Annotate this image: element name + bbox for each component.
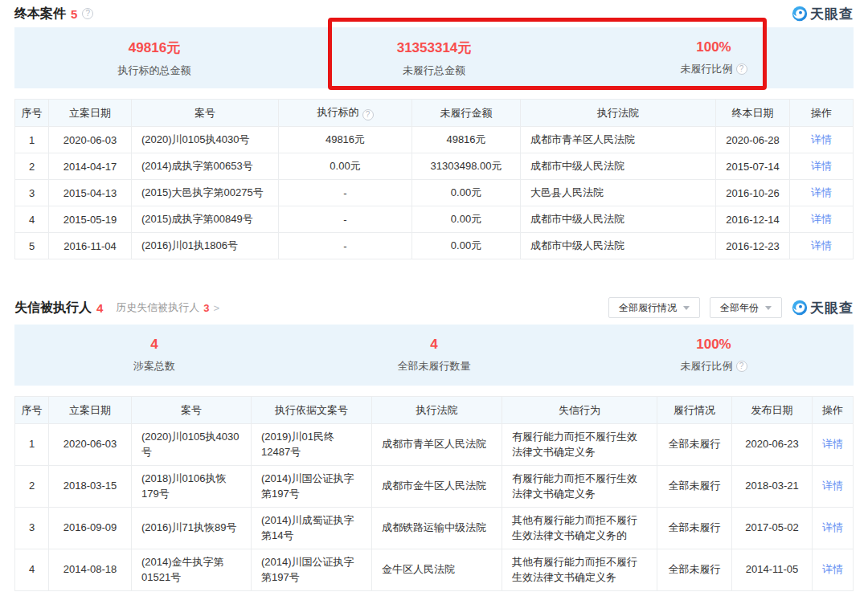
table-cell: 2017-05-02 bbox=[732, 508, 813, 549]
table-cell: 成都市青羊区人民法院 bbox=[521, 127, 716, 153]
terminated-cases-table: 序号立案日期案号执行标的未履行金额执行法院终本日期操作12020-06-03(2… bbox=[14, 99, 854, 259]
stat-label: 执行标的总金额 bbox=[118, 63, 191, 78]
column-header: 操作 bbox=[790, 100, 854, 127]
stat-value: 49816元 bbox=[14, 39, 294, 57]
detail-link[interactable]: 详情 bbox=[822, 438, 843, 450]
table-cell: 2014-04-17 bbox=[49, 153, 132, 180]
history-dishonest-link[interactable]: 历史失信被执行人 3 bbox=[116, 300, 219, 315]
stat-label: 未履行比例 bbox=[681, 62, 747, 76]
detail-link[interactable]: 详情 bbox=[822, 563, 843, 575]
table-cell: 成都市中级人民法院 bbox=[521, 153, 716, 180]
table-cell: (2014)成执字第00653号 bbox=[132, 153, 279, 180]
table-cell: 1 bbox=[15, 127, 49, 153]
table-row: 12020-06-03(2020)川0105执4030号49816元49816元… bbox=[15, 127, 854, 153]
column-header: 序号 bbox=[15, 397, 49, 424]
table-cell: 成都市中级人民法院 bbox=[521, 233, 716, 259]
table-cell: 全部未履行 bbox=[657, 424, 732, 466]
table-cell: 2018-03-15 bbox=[49, 466, 132, 508]
table-cell: 1 bbox=[15, 424, 49, 466]
section2-header: 失信被执行人 4 历史失信被执行人 3 全部履行情况 全部年份 bbox=[14, 297, 854, 318]
stat-case-count: 4 涉案总数 bbox=[14, 337, 294, 374]
tianyancha-logo: 天眼查 bbox=[792, 299, 854, 317]
section2-tools: 全部履行情况 全部年份 天眼查 bbox=[608, 297, 854, 318]
table-cell: 详情 bbox=[813, 424, 854, 466]
column-header: 执行标的 bbox=[279, 100, 412, 127]
year-filter-dropdown[interactable]: 全部年份 bbox=[710, 297, 782, 318]
stat-value: 4 bbox=[14, 337, 294, 353]
column-header: 案号 bbox=[132, 397, 252, 424]
history-link-count: 3 bbox=[203, 302, 209, 314]
table-cell: (2014)川国公证执字第197号 bbox=[252, 466, 372, 508]
table-cell: 3 bbox=[15, 508, 49, 549]
table-row: 52016-11-04(2016)川01执1806号-0.00元成都市中级人民法… bbox=[15, 233, 854, 259]
table-cell: - bbox=[279, 180, 412, 206]
table-cell: 2014-11-05 bbox=[732, 549, 813, 591]
stat-label-text: 未履行比例 bbox=[681, 62, 733, 76]
table-cell: 2016-11-04 bbox=[49, 233, 132, 259]
table-cell: (2020)川0105执4030号 bbox=[132, 127, 279, 153]
table-cell: 全部未履行 bbox=[657, 466, 732, 508]
table-cell: (2014)川国公证执字第197号 bbox=[252, 549, 372, 591]
section1-header: 终本案件 5 天眼查 bbox=[14, 0, 854, 23]
table-cell: 详情 bbox=[790, 127, 854, 153]
stat-value: 4 bbox=[294, 337, 574, 353]
table-cell: (2014)川成蜀证执字第14号 bbox=[252, 508, 372, 549]
table-cell: 4 bbox=[15, 549, 49, 591]
table-row: 22014-04-17(2014)成执字第00653号0.00元31303498… bbox=[15, 153, 854, 180]
table-cell: 0.00元 bbox=[412, 180, 521, 206]
column-header: 终本日期 bbox=[716, 100, 790, 127]
table-row: 42015-05-19(2015)成执字第00849号-0.00元成都市中级人民… bbox=[15, 206, 854, 233]
column-header: 执行法院 bbox=[521, 100, 716, 127]
table-cell: (2014)金牛执字第01521号 bbox=[132, 549, 252, 591]
history-link-label: 历史失信被执行人 bbox=[116, 300, 199, 315]
detail-link[interactable]: 详情 bbox=[811, 160, 832, 172]
stat-exec-total: 49816元 执行标的总金额 bbox=[14, 39, 294, 78]
table-cell: 详情 bbox=[813, 508, 854, 549]
dropdown-label: 全部履行情况 bbox=[619, 301, 677, 315]
question-circle-icon[interactable] bbox=[82, 8, 93, 19]
table-cell: 2020-06-28 bbox=[716, 127, 790, 153]
detail-link[interactable]: 详情 bbox=[811, 239, 832, 251]
detail-link[interactable]: 详情 bbox=[822, 480, 843, 492]
table-cell: (2015)成执字第00849号 bbox=[132, 206, 279, 233]
stat-unfulfilled-total: 31353314元 未履行总金额 bbox=[294, 39, 574, 78]
tianyancha-logo-text: 天眼查 bbox=[810, 5, 854, 23]
table-cell: 详情 bbox=[790, 206, 854, 233]
section2-title: 失信被执行人 bbox=[14, 300, 92, 316]
table-cell: 2020-06-23 bbox=[732, 424, 813, 466]
table-row: 42014-08-18(2014)金牛执字第01521号(2014)川国公证执字… bbox=[15, 549, 854, 591]
table-cell: 4 bbox=[15, 206, 49, 233]
section1-title: 终本案件 bbox=[14, 6, 66, 22]
table-cell: 5 bbox=[15, 233, 49, 259]
stat-value: 100% bbox=[574, 337, 854, 353]
table-cell: 成都市青羊区人民法院 bbox=[372, 424, 502, 466]
column-header: 未履行金额 bbox=[412, 100, 521, 127]
question-circle-icon[interactable] bbox=[736, 63, 747, 75]
stat-label: 全部未履行数量 bbox=[398, 359, 471, 374]
detail-link[interactable]: 详情 bbox=[822, 521, 843, 533]
column-header: 履行情况 bbox=[657, 397, 732, 424]
dropdown-label: 全部年份 bbox=[720, 301, 759, 315]
detail-link[interactable]: 详情 bbox=[811, 186, 832, 198]
question-circle-icon[interactable] bbox=[362, 109, 374, 120]
fulfillment-filter-dropdown[interactable]: 全部履行情况 bbox=[608, 297, 700, 318]
table-cell: 全部未履行 bbox=[657, 508, 732, 549]
table-cell: - bbox=[279, 233, 412, 259]
table-cell: 大邑县人民法院 bbox=[521, 180, 716, 206]
question-circle-icon[interactable] bbox=[736, 361, 747, 372]
detail-link[interactable]: 详情 bbox=[811, 133, 832, 145]
table-cell: 2 bbox=[15, 466, 49, 508]
section2-title-group: 失信被执行人 4 历史失信被执行人 3 bbox=[14, 300, 219, 316]
table-cell: 2016-12-14 bbox=[716, 206, 790, 233]
column-header: 立案日期 bbox=[49, 100, 132, 127]
stat-label: 涉案总数 bbox=[133, 359, 175, 374]
table-row: 32015-04-13(2015)大邑执字第00275号-0.00元大邑县人民法… bbox=[15, 180, 854, 206]
table-cell: 成都市金牛区人民法院 bbox=[372, 466, 502, 508]
table-cell: 详情 bbox=[790, 180, 854, 206]
table-cell: 0.00元 bbox=[412, 206, 521, 233]
table-header-row: 序号立案日期案号执行标的未履行金额执行法院终本日期操作 bbox=[15, 100, 854, 127]
table-cell: 49816元 bbox=[412, 127, 521, 153]
detail-link[interactable]: 详情 bbox=[811, 213, 832, 225]
table-cell: 详情 bbox=[790, 153, 854, 180]
stat-label-text: 未履行比例 bbox=[681, 359, 733, 374]
